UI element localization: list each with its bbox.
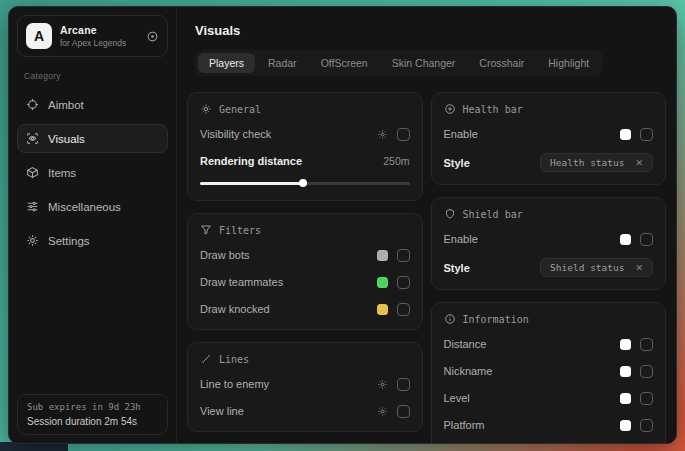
checkbox[interactable]	[640, 392, 653, 405]
panel-information-header: Information	[444, 313, 654, 325]
checkbox[interactable]	[640, 419, 653, 432]
crosshair-icon	[26, 98, 39, 111]
tab-offscreen[interactable]: OffScreen	[310, 53, 379, 73]
checkbox[interactable]	[640, 365, 653, 378]
package-icon	[26, 166, 39, 179]
tab-players[interactable]: Players	[198, 53, 255, 73]
category-label: Category	[24, 71, 168, 81]
right-column: Health bar Enable Style Health status	[431, 92, 667, 443]
row-level: Level	[444, 390, 654, 406]
color-swatch[interactable]	[620, 393, 631, 404]
panel-information: Information Distance Nickname	[431, 302, 667, 443]
option-gear-icon[interactable]	[377, 379, 388, 390]
row-distance: Distance	[444, 336, 654, 352]
session-duration-text: Session duration 2m 54s	[27, 416, 158, 427]
gear-icon	[26, 234, 39, 247]
sidebar-item-miscellaneous[interactable]: Miscellaneous	[17, 192, 168, 221]
checkbox[interactable]	[397, 128, 410, 141]
rendering-distance-value: 250m	[383, 155, 409, 167]
sun-icon	[200, 103, 212, 115]
checkbox[interactable]	[397, 249, 410, 262]
funnel-icon	[200, 224, 212, 236]
app-subtitle: for Apex Legends	[60, 38, 138, 48]
color-swatch[interactable]	[620, 366, 631, 377]
panel-title: Shield bar	[463, 209, 523, 220]
row-label: Distance	[444, 338, 487, 350]
sidebar-item-settings[interactable]: Settings	[17, 226, 168, 255]
dropdown-value: Shield status	[550, 262, 624, 273]
checkbox[interactable]	[640, 128, 653, 141]
checkbox[interactable]	[397, 405, 410, 418]
row-label: Nickname	[444, 365, 493, 377]
panel-health-bar-header: Health bar	[444, 103, 654, 115]
row-label: Rendering distance	[200, 155, 302, 167]
shield-style-dropdown[interactable]: Shield status ✕	[540, 258, 653, 277]
panel-lines: Lines Line to enemy View line	[187, 342, 423, 432]
slider-fill	[200, 182, 303, 185]
row-label: Style	[444, 262, 470, 274]
brand-card: A Arcane for Apex Legends	[17, 15, 168, 57]
clear-icon[interactable]: ✕	[635, 158, 643, 168]
panel-general: General Visibility check Rendering dista…	[187, 92, 423, 201]
sliders-icon	[26, 200, 39, 213]
checkbox[interactable]	[640, 233, 653, 246]
row-health-style: Style Health status ✕	[444, 153, 654, 172]
row-label: Draw knocked	[200, 303, 270, 315]
panel-shield-bar-header: Shield bar	[444, 208, 654, 220]
sidebar-item-items[interactable]: Items	[17, 158, 168, 187]
row-label: Enable	[444, 233, 478, 245]
color-swatch[interactable]	[620, 234, 631, 245]
color-swatch[interactable]	[377, 250, 388, 261]
tabbar: Players Radar OffScreen Skin Changer Cro…	[195, 50, 603, 76]
clear-icon[interactable]: ✕	[635, 263, 643, 273]
app-logo: A	[26, 23, 52, 49]
panel-lines-header: Lines	[200, 353, 410, 365]
row-label: Draw bots	[200, 249, 250, 261]
checkbox[interactable]	[397, 303, 410, 316]
row-label: Draw teammates	[200, 276, 283, 288]
color-swatch[interactable]	[620, 339, 631, 350]
tab-skin-changer[interactable]: Skin Changer	[381, 53, 467, 73]
app-name: Arcane	[60, 24, 138, 36]
row-label: Level	[444, 392, 470, 404]
sub-expires-text: Sub expires in 9d 23h	[27, 402, 158, 412]
scan-eye-icon	[26, 132, 39, 145]
panel-health-bar: Health bar Enable Style Health status	[431, 92, 667, 185]
health-icon	[444, 103, 456, 115]
main-content: Visuals Players Radar OffScreen Skin Cha…	[177, 7, 676, 443]
tab-highlight[interactable]: Highlight	[537, 53, 600, 73]
option-gear-icon[interactable]	[377, 129, 388, 140]
color-swatch[interactable]	[377, 277, 388, 288]
row-line-to-enemy: Line to enemy	[200, 376, 410, 392]
panel-title: General	[219, 104, 261, 115]
sidebar-item-visuals[interactable]: Visuals	[17, 124, 168, 153]
checkbox[interactable]	[397, 276, 410, 289]
row-draw-bots: Draw bots	[200, 247, 410, 263]
checkbox[interactable]	[640, 338, 653, 351]
row-view-line: View line	[200, 403, 410, 419]
sidebar-item-label: Miscellaneous	[48, 201, 121, 213]
row-visibility-check: Visibility check	[200, 126, 410, 142]
subscription-card: Sub expires in 9d 23h Session duration 2…	[17, 394, 168, 435]
color-swatch[interactable]	[620, 129, 631, 140]
panel-title: Information	[463, 314, 529, 325]
color-swatch[interactable]	[620, 420, 631, 431]
option-gear-icon[interactable]	[377, 406, 388, 417]
tab-crosshair[interactable]: Crosshair	[468, 53, 535, 73]
slider-thumb[interactable]	[299, 179, 307, 187]
panel-title: Lines	[219, 354, 249, 365]
line-icon	[200, 353, 212, 365]
row-nickname: Nickname	[444, 363, 654, 379]
health-style-dropdown[interactable]: Health status ✕	[540, 153, 653, 172]
tab-radar[interactable]: Radar	[257, 53, 308, 73]
status-icon[interactable]	[146, 30, 159, 43]
sidebar-item-aimbot[interactable]: Aimbot	[17, 90, 168, 119]
checkbox[interactable]	[397, 378, 410, 391]
rendering-distance-slider[interactable]	[200, 178, 410, 188]
row-label: Platform	[444, 419, 485, 431]
page-title: Visuals	[195, 23, 666, 38]
panel-shield-bar: Shield bar Enable Style Shield status	[431, 197, 667, 290]
color-swatch[interactable]	[377, 304, 388, 315]
dropdown-value: Health status	[550, 157, 624, 168]
row-platform: Platform	[444, 417, 654, 433]
